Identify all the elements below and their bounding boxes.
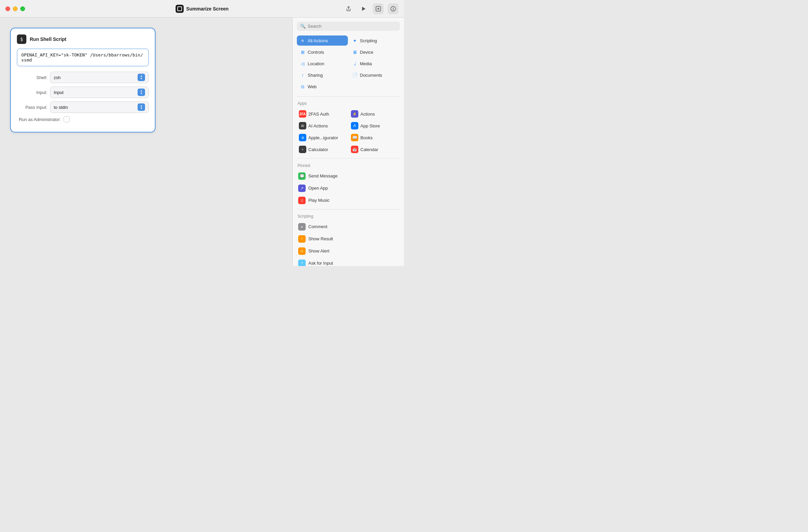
admin-row: Run as Administrator: — [17, 116, 149, 122]
app-item-configurator[interactable]: ⚙ Apple...igurator — [297, 132, 348, 143]
minimize-button[interactable] — [13, 6, 18, 11]
app-item-actions[interactable]: ⚡ Actions — [349, 109, 400, 119]
play-button[interactable] — [358, 3, 369, 14]
pinned-label-play-music: Play Music — [308, 198, 330, 203]
sidebar-item-scripting[interactable]: ✦ Scripting — [349, 36, 400, 45]
shell-icon: $ — [17, 35, 26, 44]
ask-input-icon: ? — [298, 260, 306, 266]
app-label-2fas: 2FAS Auth — [308, 112, 329, 116]
show-alert-icon: ⚠ — [298, 247, 306, 255]
input-select[interactable]: Input ▲ ▼ — [50, 87, 149, 98]
traffic-lights — [5, 6, 25, 11]
scripting-label-show-result: Show Result — [308, 236, 333, 241]
scripting-list: ≡ Comment ! Show Result ⚠ Show Alert ? A… — [293, 220, 404, 266]
send-message-icon: 💬 — [298, 172, 306, 180]
add-shortcut-button[interactable] — [373, 3, 384, 14]
script-card: $ Run Shell Script OPENAI_API_KEY="sk-TO… — [10, 28, 155, 132]
app-item-ai-actions[interactable]: AI AI Actions — [297, 120, 348, 131]
app-item-calculator[interactable]: ÷ Calculator — [297, 144, 348, 155]
app-label-app-store: App Store — [361, 123, 380, 128]
search-icon: 🔍 — [300, 24, 306, 29]
sidebar-item-web[interactable]: ⊙ Web — [297, 81, 348, 92]
web-icon: ⊙ — [299, 84, 306, 90]
script-code-input[interactable]: OPENAI_API_KEY="sk-TOKEN" /Users/bbarrow… — [17, 49, 149, 66]
search-input[interactable] — [308, 24, 397, 29]
pinned-label-send-message: Send Message — [308, 173, 338, 179]
play-music-icon: ♫ — [298, 197, 306, 204]
sidebar-item-sharing[interactable]: ↑ Sharing — [297, 70, 348, 80]
location-icon: ◁ — [299, 60, 306, 67]
app-item-2fas[interactable]: 2FA 2FAS Auth — [297, 109, 348, 119]
category-grid: ≡ All Actions ✦ Scripting ⊞ Controls 🖥 D… — [293, 34, 404, 94]
scripting-item-comment[interactable]: ≡ Comment — [295, 221, 401, 233]
input-label: Input: — [17, 90, 47, 95]
sidebar-item-all-actions[interactable]: ≡ All Actions — [297, 36, 348, 45]
cat-label-all-actions: All Actions — [308, 38, 328, 43]
2fas-icon: 2FA — [299, 110, 306, 117]
scripting-label-comment: Comment — [308, 224, 327, 229]
app-store-icon: A — [351, 122, 359, 129]
sidebar: 🔍 ≡ All Actions ✦ Scripting ⊞ Controls — [292, 18, 404, 266]
scripting-icon: ✦ — [352, 38, 358, 43]
calendar-icon: 📅 — [351, 146, 359, 153]
shell-label: Shell: — [17, 75, 47, 80]
close-button[interactable] — [5, 6, 10, 11]
admin-label: Run as Administrator: — [17, 117, 61, 122]
titlebar: Summarize Screen — [0, 0, 404, 18]
controls-icon: ⊞ — [299, 49, 306, 55]
pinned-section-label: Pinned — [293, 161, 404, 169]
pinned-label-open-app: Open App — [308, 186, 328, 190]
main-content: $ Run Shell Script OPENAI_API_KEY="sk-TO… — [0, 18, 404, 266]
share-button[interactable] — [343, 3, 354, 14]
scripting-item-ask-input[interactable]: ? Ask for Input — [295, 257, 401, 266]
comment-icon: ≡ — [298, 223, 306, 231]
media-icon: ♩ — [352, 60, 358, 67]
shell-arrows-icon: ▲ ▼ — [137, 74, 145, 81]
cat-label-location: Location — [308, 61, 324, 66]
script-card-header: $ Run Shell Script — [17, 35, 149, 44]
pinned-item-send-message[interactable]: 💬 Send Message — [295, 170, 401, 182]
app-item-books[interactable]: 📖 Books — [349, 132, 400, 143]
sidebar-item-documents[interactable]: 📄 Documents — [349, 70, 400, 80]
pass-label: Pass Input: — [17, 105, 47, 110]
app-icon — [176, 5, 184, 13]
search-container: 🔍 — [293, 22, 404, 34]
sidebar-item-location[interactable]: ◁ Location — [297, 58, 348, 69]
search-box[interactable]: 🔍 — [297, 22, 400, 31]
show-result-icon: ! — [298, 235, 306, 243]
app-item-calendar[interactable]: 📅 Calendar — [349, 144, 400, 155]
app-item-app-store[interactable]: A App Store — [349, 120, 400, 131]
books-icon: 📖 — [351, 134, 359, 141]
pass-select[interactable]: to stdin ▲ ▼ — [50, 102, 149, 113]
input-value: Input — [54, 90, 63, 95]
scripting-label-ask-input: Ask for Input — [308, 261, 333, 266]
shell-select[interactable]: zsh ▲ ▼ — [50, 72, 149, 83]
scripting-label-show-alert: Show Alert — [308, 249, 329, 254]
app-label-ai-actions: AI Actions — [308, 123, 328, 128]
info-button[interactable] — [388, 3, 399, 14]
sharing-icon: ↑ — [299, 72, 306, 78]
scripting-item-show-alert[interactable]: ⚠ Show Alert — [295, 245, 401, 257]
script-card-title: Run Shell Script — [30, 37, 66, 42]
canvas-area: $ Run Shell Script OPENAI_API_KEY="sk-TO… — [0, 18, 292, 266]
ai-actions-icon: AI — [299, 122, 306, 129]
sidebar-item-controls[interactable]: ⊞ Controls — [297, 47, 348, 57]
admin-checkbox[interactable] — [63, 116, 70, 122]
scripting-section-label: Scripting — [293, 211, 404, 220]
app-icon-inner — [177, 6, 182, 11]
app-label-configurator: Apple...igurator — [308, 135, 338, 140]
sidebar-item-device[interactable]: 🖥 Device — [349, 47, 400, 57]
shell-row: Shell: zsh ▲ ▼ — [17, 72, 149, 83]
cat-label-documents: Documents — [360, 73, 382, 78]
maximize-button[interactable] — [20, 6, 25, 11]
input-row: Input: Input ▲ ▼ — [17, 87, 149, 98]
pass-arrows-icon: ▲ ▼ — [137, 104, 145, 111]
svg-marker-0 — [362, 7, 365, 11]
app-label-calendar: Calendar — [361, 147, 378, 152]
pinned-item-open-app[interactable]: ↗ Open App — [295, 182, 401, 194]
sidebar-item-media[interactable]: ♩ Media — [349, 58, 400, 69]
scripting-item-show-result[interactable]: ! Show Result — [295, 233, 401, 245]
window-title-area: Summarize Screen — [176, 5, 228, 13]
app-label-actions: Actions — [361, 112, 375, 116]
pinned-item-play-music[interactable]: ♫ Play Music — [295, 194, 401, 206]
